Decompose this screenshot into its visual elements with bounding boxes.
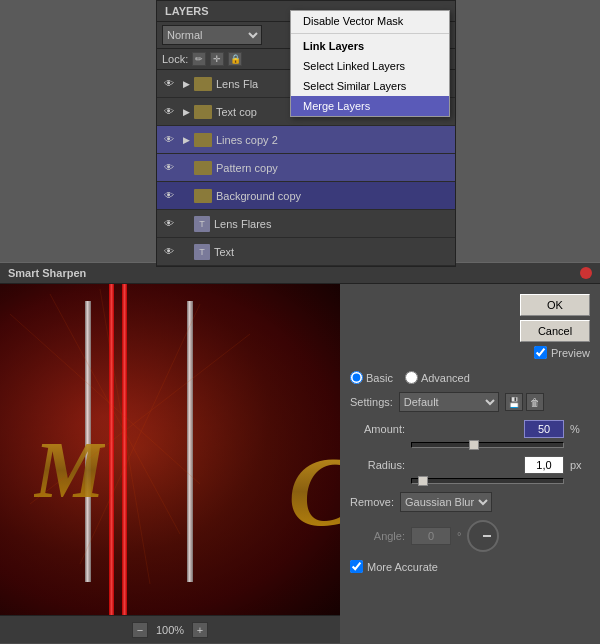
decorative-lines [0, 284, 340, 615]
cancel-button[interactable]: Cancel [520, 320, 590, 342]
lock-pen-icon[interactable]: ✏ [192, 52, 206, 66]
layer-row[interactable]: 👁 Pattern copy [157, 154, 455, 182]
remove-row: Remove: Gaussian Blur [350, 492, 590, 512]
layer-row[interactable]: 👁 T Text [157, 238, 455, 266]
zoom-in-button[interactable]: + [192, 622, 208, 638]
mode-advanced-radio[interactable] [405, 371, 418, 384]
preview-footer: − 100% + [0, 615, 340, 643]
menu-item-select-similar[interactable]: Select Similar Layers [291, 76, 449, 96]
amount-label: Amount: [350, 423, 405, 435]
eye-icon[interactable]: 👁 [161, 104, 177, 120]
radius-slider-row [350, 476, 590, 484]
expand-arrow-icon[interactable]: ▶ [180, 134, 192, 146]
radius-group: Radius: px [350, 456, 590, 484]
context-menu: Disable Vector Mask Link Layers Select L… [290, 10, 450, 117]
menu-item-link-layers[interactable]: Link Layers [291, 36, 449, 56]
page-icon: T [194, 216, 210, 232]
settings-label: Settings: [350, 396, 393, 408]
amount-slider-track[interactable] [411, 442, 564, 448]
settings-save-icon[interactable]: 💾 [505, 393, 523, 411]
settings-delete-icon[interactable]: 🗑 [526, 393, 544, 411]
radius-slider-track[interactable] [411, 478, 564, 484]
settings-select[interactable]: Default [399, 392, 499, 412]
controls-area: OK Cancel Preview Basic Advanced [340, 284, 600, 643]
dialog-title: Smart Sharpen [8, 267, 86, 279]
more-accurate-label: More Accurate [367, 561, 438, 573]
layer-name: Background copy [216, 190, 451, 202]
angle-input[interactable] [411, 527, 451, 545]
amount-row: Amount: % [350, 420, 590, 438]
settings-icons: 💾 🗑 [505, 393, 544, 411]
preview-checkbox[interactable] [534, 346, 547, 359]
radius-row: Radius: px [350, 456, 590, 474]
angle-unit: ° [457, 530, 461, 542]
menu-item-select-linked[interactable]: Select Linked Layers [291, 56, 449, 76]
mode-advanced-label: Advanced [421, 372, 470, 384]
amount-group: Amount: % [350, 420, 590, 448]
folder-icon [194, 161, 212, 175]
angle-row: Angle: ° [350, 520, 590, 552]
eye-icon[interactable]: 👁 [161, 160, 177, 176]
svg-line-4 [30, 334, 250, 504]
svg-line-0 [10, 314, 200, 484]
amount-slider-thumb[interactable] [469, 440, 479, 450]
eye-icon[interactable]: 👁 [161, 216, 177, 232]
menu-item-disable-vector-mask[interactable]: Disable Vector Mask [291, 11, 449, 31]
layer-name: Lines copy 2 [216, 134, 451, 146]
layer-name: Lens Flares [214, 218, 451, 230]
amount-input[interactable] [524, 420, 564, 438]
remove-label: Remove: [350, 496, 394, 508]
mode-basic-radio[interactable] [350, 371, 363, 384]
radius-unit: px [570, 459, 590, 471]
expand-arrow-icon[interactable]: ▶ [180, 106, 192, 118]
lock-move-icon[interactable]: ✛ [210, 52, 224, 66]
blend-mode-select[interactable]: Normal [162, 25, 262, 45]
angle-label: Angle: [350, 530, 405, 542]
preview-label: Preview [551, 347, 590, 359]
dialog-content: M C − 100% + OK [0, 284, 600, 643]
folder-icon [194, 77, 212, 91]
preview-checkbox-row: Preview [534, 346, 590, 359]
svg-line-2 [100, 289, 150, 584]
more-accurate-row: More Accurate [350, 560, 590, 573]
more-accurate-checkbox[interactable] [350, 560, 363, 573]
layer-row[interactable]: 👁 ▶ Lines copy 2 [157, 126, 455, 154]
ok-button[interactable]: OK [520, 294, 590, 316]
mode-basic-option[interactable]: Basic [350, 371, 393, 384]
menu-divider [291, 33, 449, 34]
smart-sharpen-dialog: Smart Sharpen M C [0, 262, 600, 644]
preview-image: M C [0, 284, 340, 615]
dialog-close-button[interactable] [580, 267, 592, 279]
amount-slider-row [350, 440, 590, 448]
eye-icon[interactable]: 👁 [161, 76, 177, 92]
mode-advanced-option[interactable]: Advanced [405, 371, 470, 384]
zoom-value: 100% [156, 624, 184, 636]
page-icon: T [194, 244, 210, 260]
folder-icon [194, 133, 212, 147]
mode-radio-group: Basic Advanced [350, 371, 590, 384]
layer-row[interactable]: 👁 Background copy [157, 182, 455, 210]
settings-row: Settings: Default 💾 🗑 [350, 392, 590, 412]
layer-name: Pattern copy [216, 162, 451, 174]
menu-item-merge-layers[interactable]: Merge Layers [291, 96, 449, 116]
remove-select[interactable]: Gaussian Blur [400, 492, 492, 512]
preview-area: M C − 100% + [0, 284, 340, 643]
radius-label: Radius: [350, 459, 405, 471]
folder-icon [194, 189, 212, 203]
svg-line-1 [50, 294, 180, 534]
radius-slider-thumb[interactable] [418, 476, 428, 486]
expand-arrow-icon[interactable]: ▶ [180, 78, 192, 90]
lock-all-icon[interactable]: 🔒 [228, 52, 242, 66]
eye-icon[interactable]: 👁 [161, 132, 177, 148]
eye-icon[interactable]: 👁 [161, 244, 177, 260]
layer-row[interactable]: 👁 T Lens Flares [157, 210, 455, 238]
zoom-out-button[interactable]: − [132, 622, 148, 638]
angle-dial[interactable] [467, 520, 499, 552]
button-row: OK Cancel Preview [350, 294, 590, 359]
layer-name: Text [214, 246, 451, 258]
amount-unit: % [570, 423, 590, 435]
radius-input[interactable] [524, 456, 564, 474]
mode-basic-label: Basic [366, 372, 393, 384]
eye-icon[interactable]: 👁 [161, 188, 177, 204]
folder-icon [194, 105, 212, 119]
